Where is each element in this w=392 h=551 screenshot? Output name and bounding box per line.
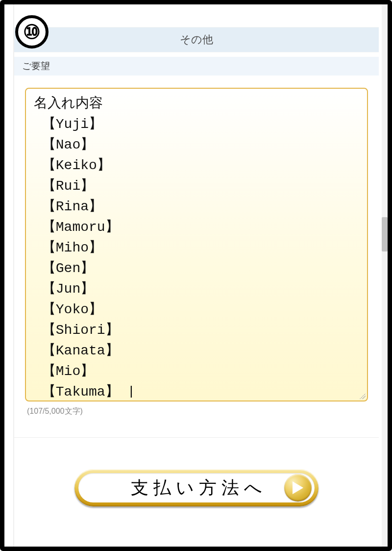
step-number: ⑩ <box>23 21 41 43</box>
scrollbar-thumb[interactable] <box>382 217 388 251</box>
request-textarea[interactable] <box>34 94 359 398</box>
sub-header-request: ご要望 <box>14 56 379 76</box>
go-to-payment-label: 支払い方法へ <box>126 476 267 500</box>
char-counter: (107/5,000文字) <box>25 406 368 417</box>
step-frame: その他 ご要望 (107/5,000文字) 支払い方法へ <box>0 0 392 551</box>
divider <box>14 437 379 438</box>
form-area: (107/5,000文字) <box>14 76 379 420</box>
scrollbar-track[interactable] <box>382 4 388 547</box>
button-row: 支払い方法へ <box>14 469 379 506</box>
step-badge: ⑩ <box>15 15 49 49</box>
go-to-payment-button[interactable]: 支払い方法へ <box>74 469 318 506</box>
content-area: その他 ご要望 (107/5,000文字) 支払い方法へ <box>13 4 379 547</box>
section-header-label: その他 <box>180 32 213 47</box>
svg-marker-0 <box>293 481 303 494</box>
sub-header-label: ご要望 <box>22 60 50 73</box>
resize-grip-icon[interactable] <box>360 393 366 399</box>
request-textarea-wrap <box>25 88 368 401</box>
section-header-other: その他 <box>14 27 379 52</box>
arrow-right-icon <box>284 474 312 501</box>
